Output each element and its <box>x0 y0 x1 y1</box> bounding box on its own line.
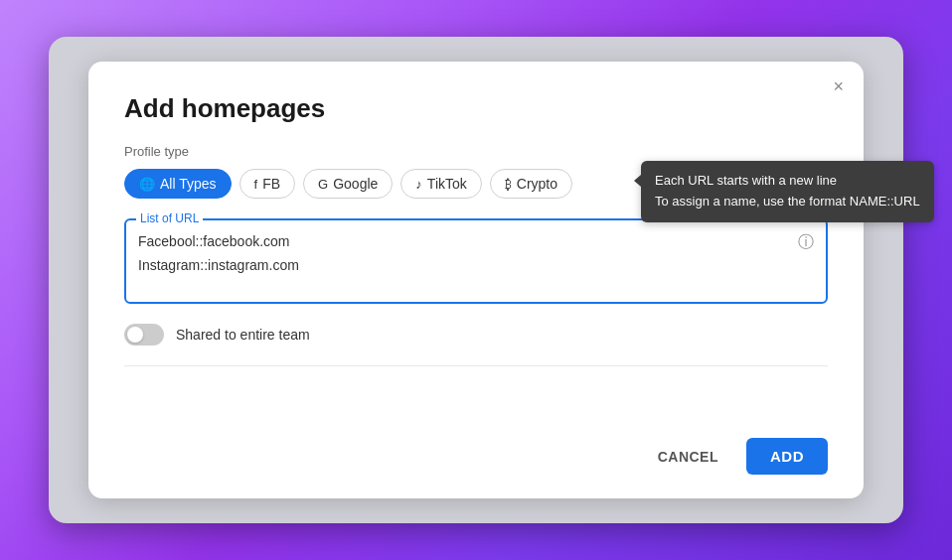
profile-type-tabs: 🌐 All Types f FB G Google ♪ TikTok ₿ Cry… <box>124 169 828 199</box>
add-homepages-dialog: × Add homepages Profile type 🌐 All Types… <box>88 62 864 498</box>
tab-crypto-label: Crypto <box>517 176 557 192</box>
shared-toggle[interactable] <box>124 324 164 346</box>
tab-fb[interactable]: f FB <box>239 169 296 199</box>
crypto-icon: ₿ <box>505 177 512 192</box>
tab-all-types[interactable]: 🌐 All Types <box>124 169 232 199</box>
url-textarea[interactable]: Facebool::facebook.com Instagram::instag… <box>138 230 786 288</box>
dialog-title: Add homepages <box>124 93 828 124</box>
tab-fb-label: FB <box>262 176 280 192</box>
cancel-button[interactable]: CANCEL <box>642 441 734 473</box>
dialog-footer: CANCEL ADD <box>124 438 828 475</box>
info-icon[interactable]: ⓘ <box>798 232 814 253</box>
toggle-knob <box>127 327 143 343</box>
profile-type-label: Profile type <box>124 144 828 159</box>
shared-label: Shared to entire team <box>176 327 310 343</box>
tab-google[interactable]: G Google <box>303 169 393 199</box>
outer-background: × Add homepages Profile type 🌐 All Types… <box>49 37 903 523</box>
url-format-tooltip: Each URL starts with a new line To assig… <box>641 161 934 222</box>
footer-divider <box>124 365 828 366</box>
url-field-container: List of URL Facebool::facebook.com Insta… <box>124 218 828 304</box>
fb-icon: f <box>254 177 258 192</box>
close-button[interactable]: × <box>833 77 844 95</box>
tab-all-types-label: All Types <box>160 176 217 192</box>
globe-icon: 🌐 <box>139 177 155 192</box>
tab-tiktok-label: TikTok <box>427 176 467 192</box>
url-field-legend: List of URL <box>136 211 203 225</box>
shared-row: Shared to entire team <box>124 324 828 346</box>
tiktok-icon: ♪ <box>415 177 422 192</box>
google-icon: G <box>318 177 328 192</box>
tooltip-line2: To assign a name, use the format NAME::U… <box>655 192 920 212</box>
add-button[interactable]: ADD <box>746 438 828 475</box>
tab-crypto[interactable]: ₿ Crypto <box>490 169 572 199</box>
tooltip-line1: Each URL starts with a new line <box>655 171 920 192</box>
tab-tiktok[interactable]: ♪ TikTok <box>400 169 481 199</box>
tab-google-label: Google <box>333 176 378 192</box>
